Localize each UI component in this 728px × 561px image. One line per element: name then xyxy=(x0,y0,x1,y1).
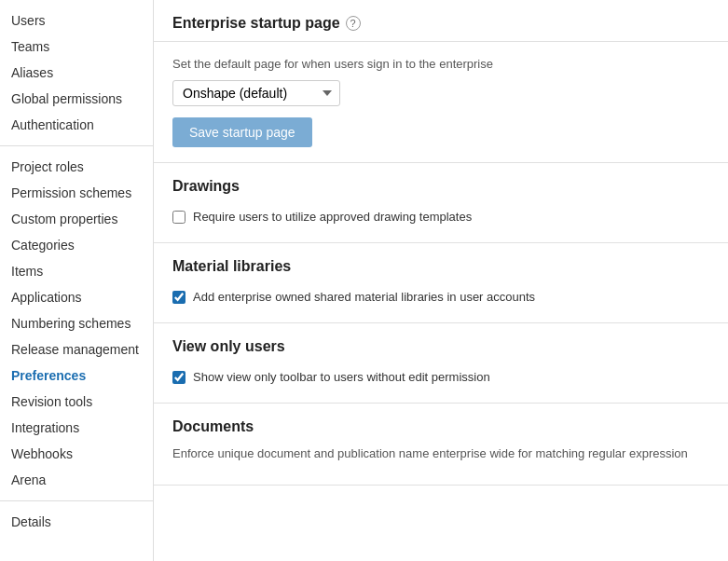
material-libraries-section: Material libraries Add enterprise owned … xyxy=(154,243,728,323)
material-libraries-checkbox[interactable] xyxy=(172,291,185,304)
documents-title: Documents xyxy=(172,418,709,435)
sidebar-item-applications[interactable]: Applications xyxy=(0,284,153,310)
material-libraries-checkbox-row[interactable]: Add enterprise owned shared material lib… xyxy=(172,286,709,308)
documents-section: Documents Enforce unique document and pu… xyxy=(154,404,728,486)
sidebar-item-release-management[interactable]: Release management xyxy=(0,336,153,363)
sidebar-divider xyxy=(0,500,153,501)
drawings-checkbox-label: Require users to utilize approved drawin… xyxy=(193,210,472,224)
sidebar-item-items[interactable]: Items xyxy=(0,258,153,284)
documents-desc: Enforce unique document and publication … xyxy=(172,446,709,460)
startup-section: Set the default page for when users sign… xyxy=(154,42,728,163)
view-only-users-checkbox[interactable] xyxy=(172,371,185,384)
page-title: Enterprise startup page xyxy=(172,15,340,32)
material-libraries-checkbox-label: Add enterprise owned shared material lib… xyxy=(193,290,535,304)
sidebar-item-aliases[interactable]: Aliases xyxy=(0,60,153,86)
sidebar-item-permission-schemes[interactable]: Permission schemes xyxy=(0,180,153,206)
startup-desc: Set the default page for when users sign… xyxy=(172,57,709,71)
sidebar-item-revision-tools[interactable]: Revision tools xyxy=(0,389,153,415)
material-libraries-title: Material libraries xyxy=(172,258,709,275)
drawings-title: Drawings xyxy=(172,178,709,195)
drawings-checkbox-row[interactable]: Require users to utilize approved drawin… xyxy=(172,206,709,227)
sidebar-item-custom-properties[interactable]: Custom properties xyxy=(0,206,153,232)
view-only-users-section: View only users Show view only toolbar t… xyxy=(154,323,728,404)
sidebar-item-webhooks[interactable]: Webhooks xyxy=(0,441,153,467)
view-only-users-title: View only users xyxy=(172,338,709,355)
sidebar-item-arena[interactable]: Arena xyxy=(0,467,153,493)
sidebar-item-integrations[interactable]: Integrations xyxy=(0,415,153,441)
view-only-users-checkbox-row[interactable]: Show view only toolbar to users without … xyxy=(172,366,709,388)
save-startup-button[interactable]: Save startup page xyxy=(172,117,312,147)
sidebar-item-categories[interactable]: Categories xyxy=(0,232,153,258)
sidebar-item-global-permissions[interactable]: Global permissions xyxy=(0,86,153,112)
startup-page-header: Enterprise startup page ? xyxy=(154,0,728,42)
sidebar-item-authentication[interactable]: Authentication xyxy=(0,112,153,138)
drawings-checkbox[interactable] xyxy=(172,211,185,224)
sidebar: UsersTeamsAliasesGlobal permissionsAuthe… xyxy=(0,0,154,561)
sidebar-item-teams[interactable]: Teams xyxy=(0,34,153,60)
sidebar-item-numbering-schemes[interactable]: Numbering schemes xyxy=(0,310,153,336)
startup-dropdown-wrapper: Onshape (default) Documents Custom xyxy=(172,80,709,106)
main-content: Enterprise startup page ? Set the defaul… xyxy=(154,0,728,561)
sidebar-item-preferences[interactable]: Preferences xyxy=(0,363,153,389)
view-only-users-checkbox-label: Show view only toolbar to users without … xyxy=(193,370,490,384)
sidebar-divider xyxy=(0,145,153,146)
sidebar-item-project-roles[interactable]: Project roles xyxy=(0,154,153,180)
sidebar-item-details[interactable]: Details xyxy=(0,509,153,535)
sidebar-item-users[interactable]: Users xyxy=(0,7,153,34)
help-icon[interactable]: ? xyxy=(346,16,361,31)
drawings-section: Drawings Require users to utilize approv… xyxy=(154,163,728,243)
startup-dropdown[interactable]: Onshape (default) Documents Custom xyxy=(172,80,340,106)
